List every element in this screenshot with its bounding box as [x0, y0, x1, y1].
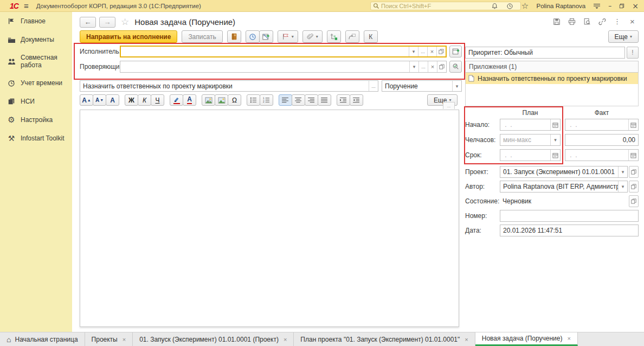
attach-file-button[interactable]: ▾ [302, 30, 323, 43]
time-tracking-icon[interactable] [246, 30, 260, 43]
numbered-list-icon[interactable]: 12 [260, 94, 273, 106]
flag-marker-button[interactable]: ▾ [278, 30, 298, 43]
attachment-item[interactable]: Назначить ответственных по проекту марки… [466, 73, 638, 84]
task-type-combo[interactable]: Поручение ▾ [382, 80, 462, 92]
checker-pick-button[interactable] [449, 61, 462, 73]
manhours-dropdown-icon[interactable]: ▾ [550, 134, 560, 145]
history-icon[interactable] [506, 2, 513, 10]
close-form-icon[interactable]: × [628, 17, 636, 25]
forward-button[interactable]: → [99, 17, 115, 28]
font-dialog-icon[interactable]: А [106, 94, 119, 106]
insert-symbol-icon[interactable]: Ω [228, 94, 241, 106]
underline-icon[interactable]: Ч [151, 94, 164, 106]
author-dropdown-icon[interactable]: ▾ [618, 181, 627, 192]
indent-increase-icon[interactable] [337, 94, 350, 106]
tab-close-icon[interactable]: × [567, 335, 570, 342]
executor-field[interactable]: ▾ ... × [120, 46, 447, 57]
save-icon[interactable] [552, 17, 561, 25]
checker-input[interactable] [120, 61, 409, 72]
journal-book-icon[interactable] [227, 30, 241, 43]
font-increase-icon[interactable]: А▲ [80, 94, 93, 106]
attachments-header[interactable]: Приложения (1) [465, 61, 639, 73]
tab-project-item[interactable]: 01. Запуск (Эксперимент) 01.01.0001 (Про… [133, 332, 294, 346]
favorites-star-icon[interactable]: ☆ [521, 2, 529, 10]
plan-start-input[interactable] [500, 121, 550, 129]
sidebar-item-documents[interactable]: Документы [0, 30, 72, 49]
tab-new-task[interactable]: Новая задача (Поручение) × [475, 332, 578, 346]
executor-clear-icon[interactable]: × [427, 47, 436, 56]
subtasks-structure-icon[interactable] [327, 30, 341, 43]
executor-open-icon[interactable] [436, 47, 446, 56]
insert-picture-file-icon[interactable] [202, 94, 215, 106]
highlight-color-icon[interactable] [170, 94, 183, 106]
plan-start-field[interactable] [500, 119, 561, 131]
link-icon[interactable] [598, 17, 606, 25]
fact-due-field[interactable] [565, 149, 639, 161]
font-decrease-icon[interactable]: А▼ [93, 94, 106, 106]
checker-choose-icon[interactable]: ... [418, 61, 428, 72]
executor-choose-icon[interactable]: ... [418, 47, 427, 56]
executor-input[interactable] [121, 47, 409, 56]
more-button[interactable]: Еще▾ [608, 30, 639, 43]
date-field[interactable]: 20.01.2026 11:47:51 [500, 225, 639, 236]
indent-decrease-icon[interactable] [350, 94, 363, 106]
tab-project-plan[interactable]: План проекта "01. Запуск (Эксперимент) 0… [294, 332, 475, 346]
restore-button[interactable] [619, 3, 624, 9]
back-button[interactable]: ← [80, 17, 96, 28]
fact-due-input[interactable] [565, 151, 628, 159]
more-kebab-icon[interactable]: ⋮ [613, 17, 621, 25]
send-for-execution-button[interactable]: Направить на исполнение [80, 30, 177, 43]
project-combo[interactable]: 01. Запуск (Эксперимент) 01.01.0001 ▾ [500, 166, 628, 178]
align-justify-icon[interactable] [318, 94, 331, 106]
tab-close-icon[interactable]: × [465, 336, 468, 343]
number-input[interactable] [500, 210, 638, 221]
insert-picture-icon[interactable] [215, 94, 228, 106]
tab-close-icon[interactable]: × [284, 336, 287, 343]
minimize-button[interactable]: – [608, 2, 611, 10]
panel-collapse-button[interactable]: ... [443, 102, 455, 109]
subject-choose-icon[interactable]: ... [369, 81, 378, 91]
executor-by-schedule-button[interactable] [449, 46, 462, 57]
font-color-icon[interactable]: А [183, 94, 196, 106]
sidebar-item-time-tracking[interactable]: Учет времени [0, 74, 72, 92]
project-dropdown-icon[interactable]: ▾ [618, 166, 627, 177]
sidebar-item-main[interactable]: Главное [0, 12, 72, 30]
calendar-plan-icon[interactable] [259, 30, 273, 43]
plan-manhours-field[interactable]: ▾ [500, 134, 561, 146]
priority-field[interactable]: Приоритет: Обычный [465, 47, 625, 59]
k-button[interactable]: К [364, 30, 378, 43]
service-menu-icon[interactable] [593, 2, 601, 10]
fact-start-input[interactable] [565, 121, 628, 129]
italic-icon[interactable]: К [138, 94, 151, 106]
align-right-icon[interactable] [305, 94, 318, 106]
executor-dropdown-icon[interactable]: ▾ [409, 47, 418, 56]
tab-projects[interactable]: Проекты × [85, 332, 133, 346]
bullet-list-icon[interactable] [247, 94, 260, 106]
preview-icon[interactable] [583, 17, 591, 25]
subject-field[interactable]: Назначить ответственных по проекту марки… [80, 80, 378, 92]
checker-dropdown-icon[interactable]: ▾ [409, 61, 418, 72]
plan-manhours-input[interactable] [500, 136, 550, 144]
author-combo[interactable]: Polina Raptanova (BIT ERP, Администратор… [500, 181, 628, 193]
plan-due-input[interactable] [500, 151, 550, 159]
notifications-bell-icon[interactable] [491, 2, 498, 10]
task-description-editor[interactable] [80, 110, 459, 327]
task-type-dropdown-icon[interactable]: ▾ [452, 81, 461, 91]
sidebar-item-settings[interactable]: ⚙ Настройка [0, 111, 72, 129]
print-icon[interactable] [568, 17, 576, 25]
author-open-icon[interactable] [629, 181, 639, 193]
checker-clear-icon[interactable]: × [428, 61, 437, 72]
close-window-button[interactable]: × [632, 2, 639, 10]
number-field[interactable] [500, 210, 639, 222]
align-center-icon[interactable] [292, 94, 305, 106]
plan-due-field[interactable] [500, 149, 561, 161]
tab-close-icon[interactable]: × [123, 336, 126, 343]
forward-task-icon[interactable] [345, 30, 359, 43]
fact-manhours-field[interactable]: 0,00 [565, 134, 639, 146]
write-button[interactable]: Записать [182, 30, 222, 43]
align-left-icon[interactable] [279, 94, 292, 106]
calendar-icon[interactable] [628, 150, 638, 161]
calendar-icon[interactable] [628, 119, 638, 130]
checker-open-icon[interactable] [437, 61, 446, 72]
tab-home[interactable]: ⌂ Начальная страница [0, 332, 85, 346]
